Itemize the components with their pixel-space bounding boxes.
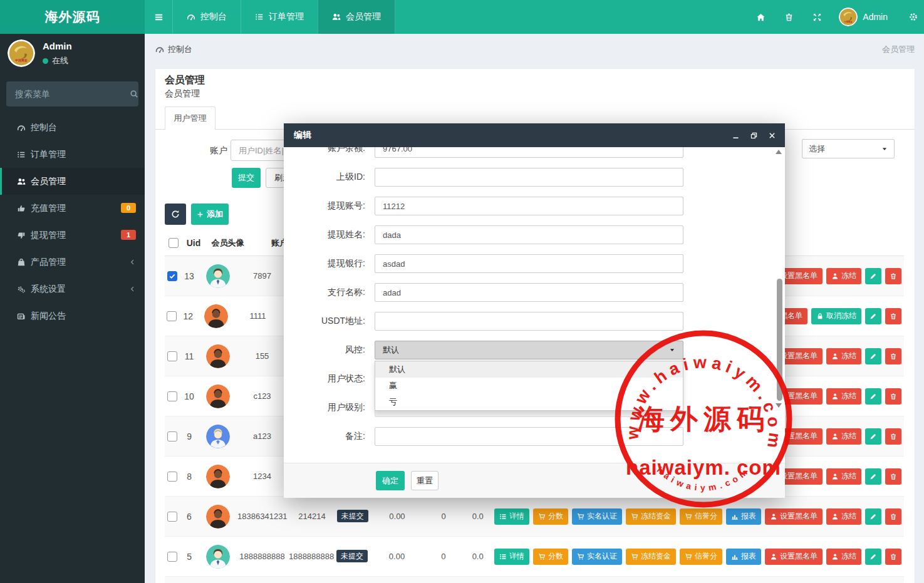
delete-button[interactable] [885, 468, 901, 485]
trash-icon [890, 473, 897, 480]
edit-button[interactable] [865, 308, 881, 324]
scrollbar-thumb[interactable] [777, 279, 782, 401]
freeze-funds-button[interactable]: 冻结资金 [626, 549, 676, 565]
report-button[interactable]: 报表 [726, 508, 761, 525]
home-icon [756, 13, 766, 22]
blacklist-button[interactable]: 设置黑名单 [765, 549, 823, 565]
details-button[interactable]: 详情 [494, 549, 529, 565]
edit-button[interactable] [865, 268, 881, 284]
modal-header[interactable]: 编辑 [284, 123, 785, 147]
tab-user-management[interactable]: 用户管理 [165, 106, 215, 129]
close-icon[interactable] [768, 132, 776, 140]
select-all-checkbox[interactable] [169, 238, 179, 248]
score-button[interactable]: 分数 [533, 549, 568, 565]
reset-button[interactable]: 重置 [411, 471, 439, 490]
admin-avatar[interactable]: 中国黄金 [839, 8, 858, 26]
row-checkbox[interactable] [167, 351, 177, 361]
delete-button[interactable] [885, 428, 901, 445]
freeze-button[interactable]: 冻结 [826, 468, 861, 485]
settings-button[interactable] [899, 12, 924, 22]
risk-option-1[interactable]: 赢 [375, 378, 683, 394]
trash-button[interactable] [775, 13, 803, 22]
sidebar-item-1[interactable]: 订单管理 [0, 141, 145, 168]
confirm-button[interactable]: 确定 [376, 471, 405, 490]
search-icon[interactable] [130, 90, 138, 98]
delete-button[interactable] [885, 348, 901, 364]
modal-field-input-10[interactable] [375, 427, 683, 446]
freeze-button[interactable]: 冻结 [826, 268, 861, 284]
sidebar-item-6[interactable]: 系统设置 [0, 276, 145, 302]
restore-icon[interactable] [750, 132, 758, 140]
edit-button[interactable] [865, 428, 881, 445]
blacklist-button[interactable]: 设置黑名单 [765, 508, 823, 525]
delete-button[interactable] [885, 388, 901, 405]
modal-field-input-6[interactable] [375, 312, 683, 331]
top-menu-item-0[interactable]: 控制台 [172, 0, 241, 34]
risk-option-0[interactable]: 默认 [375, 361, 683, 378]
person-icon [831, 353, 839, 360]
list-icon [499, 513, 507, 520]
row-checkbox[interactable] [167, 512, 177, 522]
status-select[interactable]: 选择 [802, 139, 895, 158]
row-checkbox[interactable] [167, 271, 177, 281]
delete-button[interactable] [885, 508, 901, 525]
sidebar-item-7[interactable]: 新闻公告 [0, 302, 145, 329]
freeze-button[interactable]: 冻结 [826, 428, 861, 445]
sidebar-item-4[interactable]: 提现管理1 [0, 222, 145, 249]
row-checkbox[interactable] [167, 431, 177, 441]
verify-button[interactable]: 实名认证 [572, 508, 622, 525]
freeze-button[interactable]: 冻结 [826, 348, 861, 364]
modal-field-input-3[interactable] [375, 225, 683, 244]
brand-logo[interactable]: 海外源码 [0, 0, 145, 34]
top-menu-item-1[interactable]: 订单管理 [241, 0, 318, 34]
minimize-icon[interactable] [732, 132, 740, 140]
sidebar-toggle[interactable] [145, 0, 172, 34]
sidebar-item-2[interactable]: 会员管理 [0, 168, 145, 195]
modal-field-label: 支行名称: [284, 287, 375, 298]
delete-button[interactable] [885, 268, 901, 284]
edit-button[interactable] [865, 549, 881, 565]
top-menu-item-2[interactable]: 会员管理 [318, 0, 395, 34]
risk-select[interactable]: 默认 [375, 341, 683, 359]
breadcrumb-left[interactable]: 控制台 [155, 44, 192, 55]
add-button[interactable]: 添加 [191, 204, 229, 225]
verify-button[interactable]: 实名认证 [572, 549, 622, 565]
row-checkbox[interactable] [167, 472, 177, 482]
sidebar-item-0[interactable]: 控制台 [0, 114, 145, 141]
sidebar-item-5[interactable]: 产品管理 [0, 249, 145, 276]
admin-label[interactable]: Admin [863, 12, 888, 22]
row-checkbox[interactable] [167, 311, 177, 321]
unfreeze-button[interactable]: 取消冻结 [811, 308, 861, 324]
edit-button[interactable] [865, 508, 881, 525]
freeze-button[interactable]: 冻结 [826, 549, 861, 565]
risk-option-2[interactable]: 亏 [375, 394, 683, 410]
scrollbar-up-arrow[interactable] [776, 150, 782, 154]
modal-field-input-0[interactable] [375, 147, 683, 158]
edit-button[interactable] [865, 348, 881, 364]
fullscreen-button[interactable] [803, 13, 831, 22]
credit-button[interactable]: 信誉分 [680, 549, 722, 565]
freeze-button[interactable]: 冻结 [826, 508, 861, 525]
score-button[interactable]: 分数 [533, 508, 568, 525]
row-checkbox[interactable] [167, 391, 177, 401]
credit-button[interactable]: 信誉分 [680, 508, 722, 525]
modal-field-input-1[interactable] [375, 168, 683, 187]
sidebar-item-3[interactable]: 充值管理0 [0, 195, 145, 222]
scrollbar-down-arrow[interactable] [776, 403, 782, 408]
edit-button[interactable] [865, 388, 881, 405]
delete-button[interactable] [885, 308, 901, 324]
modal-field-input-5[interactable] [375, 283, 683, 302]
edit-button[interactable] [865, 468, 881, 485]
sidebar-search-input[interactable] [14, 88, 130, 100]
modal-field-input-4[interactable] [375, 254, 683, 273]
modal-field-input-2[interactable] [375, 197, 683, 215]
details-button[interactable]: 详情 [494, 508, 529, 525]
home-button[interactable] [747, 13, 775, 22]
freeze-button[interactable]: 冻结 [826, 388, 861, 405]
report-button[interactable]: 报表 [726, 549, 761, 565]
freeze-funds-button[interactable]: 冻结资金 [626, 508, 676, 525]
delete-button[interactable] [885, 549, 901, 565]
submit-button[interactable]: 提交 [232, 168, 261, 188]
row-checkbox[interactable] [167, 552, 177, 562]
table-refresh-button[interactable] [165, 204, 186, 225]
